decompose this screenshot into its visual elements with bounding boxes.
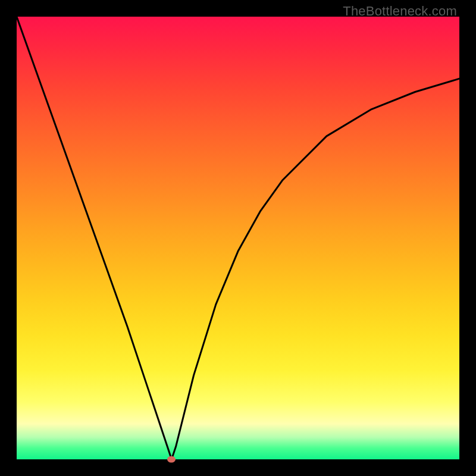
optimum-marker <box>167 456 176 463</box>
chart-container: TheBottleneck.com <box>0 0 476 476</box>
curve-svg <box>17 17 459 459</box>
plot-area <box>17 17 459 459</box>
bottleneck-curve-path <box>17 17 459 459</box>
watermark-text: TheBottleneck.com <box>343 4 457 19</box>
